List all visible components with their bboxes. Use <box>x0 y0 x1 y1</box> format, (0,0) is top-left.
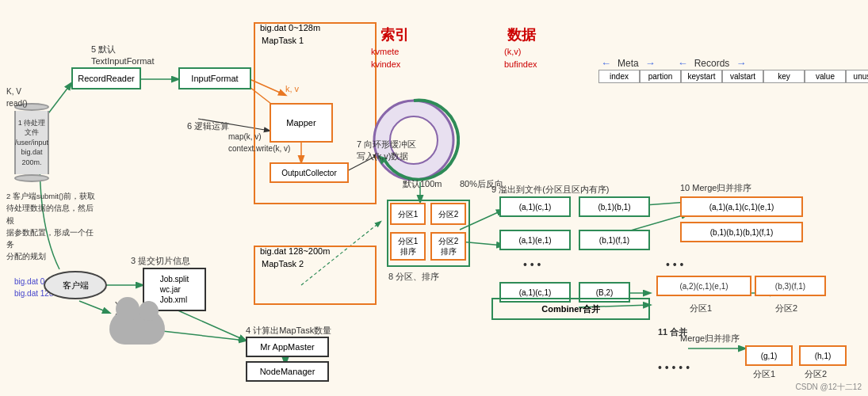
records-label: Records <box>694 58 730 69</box>
svg-line-18 <box>79 301 109 313</box>
partition2-box: 分区2 <box>430 203 466 225</box>
index-col: index <box>598 70 640 83</box>
partition2-label-bottom: 分区2 <box>775 303 797 314</box>
bufindex-label: bufindex <box>504 59 537 70</box>
key-col: key <box>763 70 805 83</box>
file2-box: (b,1)(b,1) <box>579 196 650 217</box>
final-p1-label: 分区1 <box>753 368 775 380</box>
kvmete-label: kvmete <box>371 46 399 58</box>
compute-maptask-label: 4 计算出MapTask数量 <box>246 325 331 337</box>
sort-label: 8 分区、排序 <box>388 271 439 283</box>
data-title: 数据 <box>507 25 536 44</box>
combiner-out2-box: (b,3)(f,1) <box>755 276 826 296</box>
file3-box: (a,1)(e,1) <box>499 230 571 250</box>
split-info-label: 3 提交切片信息 <box>131 255 190 267</box>
file4-box: (b,1)(f,1) <box>579 230 650 250</box>
combiner-out-label: (a,2)(c,1)(e,1) (b,3)(f,1) <box>656 276 826 296</box>
file1-box: (a,1)(c,1) <box>499 196 571 217</box>
dots1: • • • <box>523 257 541 273</box>
kvindex-label: kvindex <box>371 59 400 70</box>
partition1-sort-box: 分区1 排序 <box>390 232 426 261</box>
meta-records-table: index partion keystart valstart key valu… <box>598 70 868 83</box>
footer: CSDN @12十二12 <box>795 382 862 393</box>
default-textinput-label: 5 默认 TextInputFormat <box>91 44 154 68</box>
meta-arrow-right-inner: → <box>645 57 656 69</box>
partition1-box: 分区1 <box>390 203 426 225</box>
records-arrow-left: ← <box>678 57 688 69</box>
kv-data-label: (k,v) <box>504 46 521 58</box>
partion-col: partion <box>640 70 681 83</box>
kv-read-label: K, V read() <box>6 86 28 110</box>
keystart-col: keystart <box>681 70 722 83</box>
map-context-label: map(k, v) context.write(k, v) <box>228 131 290 155</box>
yarn-cloud <box>109 309 165 345</box>
client-ellipse: 客户端 <box>44 271 107 299</box>
final2-box: (h,1) <box>799 345 847 366</box>
merged1-box: (a,1)(a,1)(c,1)(e,1) <box>680 196 803 217</box>
combiner-out1-box: (a,2)(c,1)(e,1) <box>656 276 751 296</box>
meta-label: Meta <box>618 58 639 69</box>
merge-label: 10 Merge归并排序 <box>680 182 751 194</box>
svg-line-17 <box>174 309 246 341</box>
meta-arrow-left: ← <box>601 57 611 69</box>
final-p2-label: 分区2 <box>805 368 827 380</box>
combiner-merge-box: Combiner合并 <box>491 298 650 320</box>
output-collector-box: OutputCollector <box>270 162 349 183</box>
big-dat-bottom-container: big.dat 128~200m MapTask 2 <box>254 246 377 305</box>
nodemanager-box: NodeManager <box>246 361 329 382</box>
merged2-box: (b,1)(b,1)(b,1)(f,1) <box>680 222 803 242</box>
client-submit-label: 2 客户端submit()前，获取 待处理数据的信息，然后根 据参数配置，形成一… <box>6 190 98 263</box>
unused-col: unused <box>846 70 868 83</box>
logic-ops-label: 6 逻辑运算 <box>187 120 229 132</box>
dots3: • • • • • <box>658 360 690 376</box>
records-arrow-right: → <box>736 57 746 69</box>
partition2-sort-box: 分区2 排序 <box>430 232 466 261</box>
appmaster-box: Mr AppMaster <box>246 337 329 357</box>
partition1-label-bottom: 分区1 <box>690 303 712 314</box>
inputformat-box: InputFormat <box>178 67 251 89</box>
spill-label: 9 溢出到文件(分区且区内有序) <box>491 184 610 196</box>
index-title: 索引 <box>380 25 409 44</box>
file-text: 1 待处理文件 /user/input big.dat 200m. <box>15 118 48 168</box>
valstart-col: valstart <box>722 70 763 83</box>
write-buffer-label: 7 向环形缓冲区 写入(k,v)数据 <box>357 139 416 163</box>
value-col: value <box>805 70 846 83</box>
merge-label2: Merge归并排序 <box>680 333 740 345</box>
recordreader-box: RecordReader <box>71 67 141 89</box>
final1-box: (g,1) <box>745 345 793 366</box>
meta-records-header: ← Meta → ← Records → <box>601 57 746 69</box>
default-100m-label: 默认100m <box>403 178 442 190</box>
dots2: • • • <box>666 257 683 273</box>
